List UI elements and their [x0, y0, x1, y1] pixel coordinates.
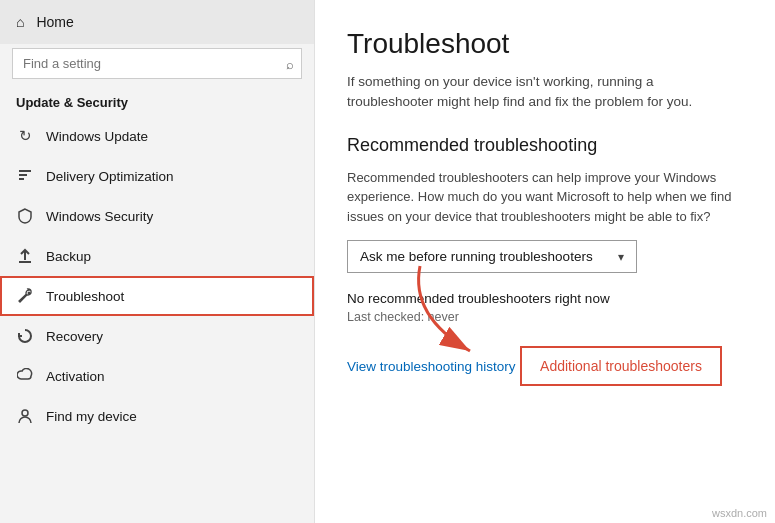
sidebar-item-label: Windows Update	[46, 129, 148, 144]
shield-icon	[16, 207, 34, 225]
page-title: Troubleshoot	[347, 28, 743, 60]
troubleshooter-dropdown[interactable]: Ask me before running troubleshooters ▾	[347, 240, 637, 273]
section-description: Recommended troubleshooters can help imp…	[347, 168, 743, 227]
sidebar-item-label: Troubleshoot	[46, 289, 124, 304]
last-checked-text: Last checked: never	[347, 310, 743, 324]
search-container: ⌕	[12, 48, 302, 79]
chevron-down-icon: ▾	[618, 250, 624, 264]
sidebar-home-label: Home	[36, 14, 73, 30]
search-icon: ⌕	[286, 56, 294, 71]
sidebar: ⌂ Home ⌕ Update & Security ↻ Windows Upd…	[0, 0, 315, 523]
sidebar-item-troubleshoot[interactable]: Troubleshoot	[0, 276, 314, 316]
no-troubleshooters-text: No recommended troubleshooters right now	[347, 291, 743, 306]
svg-rect-0	[19, 170, 31, 172]
section-title: Update & Security	[0, 87, 314, 116]
sidebar-item-delivery-optimization[interactable]: Delivery Optimization	[0, 156, 314, 196]
recovery-icon	[16, 327, 34, 345]
person-icon	[16, 407, 34, 425]
app-window: ⌂ Home ⌕ Update & Security ↻ Windows Upd…	[0, 0, 775, 523]
home-icon: ⌂	[16, 14, 24, 30]
svg-rect-1	[19, 174, 27, 176]
sidebar-item-recovery[interactable]: Recovery	[0, 316, 314, 356]
view-history-link[interactable]: View troubleshooting history	[347, 359, 516, 374]
svg-point-5	[28, 292, 31, 295]
additional-troubleshooters-button[interactable]: Additional troubleshooters	[520, 346, 722, 386]
main-panel: Troubleshoot If something on your device…	[315, 0, 775, 523]
download-icon	[16, 167, 34, 185]
sidebar-item-label: Activation	[46, 369, 105, 384]
sidebar-item-label: Windows Security	[46, 209, 153, 224]
sidebar-item-windows-security[interactable]: Windows Security	[0, 196, 314, 236]
sidebar-item-find-my-device[interactable]: Find my device	[0, 396, 314, 436]
cloud-icon	[16, 367, 34, 385]
sidebar-home[interactable]: ⌂ Home	[0, 0, 314, 44]
sidebar-item-windows-update[interactable]: ↻ Windows Update	[0, 116, 314, 156]
sidebar-item-label: Find my device	[46, 409, 137, 424]
search-input[interactable]	[12, 48, 302, 79]
sidebar-item-label: Recovery	[46, 329, 103, 344]
svg-point-6	[22, 410, 28, 416]
sidebar-item-label: Delivery Optimization	[46, 169, 174, 184]
svg-rect-2	[19, 178, 24, 180]
page-description: If something on your device isn't workin…	[347, 72, 743, 113]
refresh-icon: ↻	[16, 127, 34, 145]
sidebar-item-activation[interactable]: Activation	[0, 356, 314, 396]
sidebar-item-label: Backup	[46, 249, 91, 264]
sidebar-item-backup[interactable]: Backup	[0, 236, 314, 276]
dropdown-value: Ask me before running troubleshooters	[360, 249, 593, 264]
wrench-icon	[16, 287, 34, 305]
recommended-section-title: Recommended troubleshooting	[347, 135, 743, 156]
backup-icon	[16, 247, 34, 265]
watermark: wsxdn.com	[712, 507, 767, 519]
